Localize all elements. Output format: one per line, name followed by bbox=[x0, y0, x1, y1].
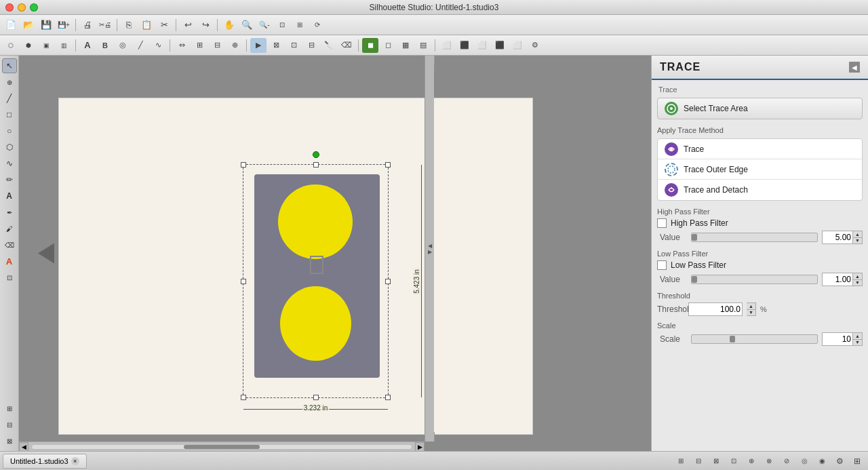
copy-button[interactable]: ⎘ bbox=[121, 18, 137, 33]
status-btn-4[interactable]: ⊡ bbox=[726, 454, 742, 469]
scroll-right-btn[interactable]: ▶ bbox=[415, 442, 425, 452]
panel-collapse-btn[interactable]: ◀ ▶ bbox=[425, 56, 434, 442]
scroll-left-btn[interactable]: ◀ bbox=[19, 442, 28, 452]
text-tool[interactable]: A bbox=[79, 38, 96, 53]
layers-lt-btn[interactable]: ⊟ bbox=[2, 417, 17, 432]
save-as-button[interactable]: 💾+ bbox=[56, 18, 72, 33]
select-tool[interactable]: ▶ bbox=[250, 38, 267, 53]
node-tool[interactable]: ▣ bbox=[38, 38, 54, 53]
bold-tool[interactable]: B bbox=[97, 38, 113, 53]
line-lt-btn[interactable]: ╱ bbox=[2, 91, 17, 106]
eraser-lt-btn[interactable]: ⌫ bbox=[2, 237, 17, 252]
window-controls[interactable] bbox=[5, 3, 38, 12]
fill-lt-btn[interactable]: A bbox=[2, 254, 17, 269]
zoom-ext-button[interactable]: ⊞ bbox=[292, 18, 308, 33]
view3-tool[interactable]: ▦ bbox=[397, 38, 414, 53]
close-button[interactable] bbox=[5, 3, 14, 12]
high-pass-checkbox[interactable] bbox=[657, 218, 667, 228]
knife-tool[interactable]: 🔪 bbox=[321, 38, 337, 53]
transform-tool[interactable]: ⊠ bbox=[268, 38, 284, 53]
panel5-tool[interactable]: ⬜ bbox=[509, 38, 526, 53]
paint-lt-btn[interactable]: 🖌 bbox=[2, 221, 17, 236]
tab-untitled[interactable]: Untitled-1.studio3 × bbox=[3, 454, 87, 469]
trace-collapse-btn[interactable]: ◀ bbox=[849, 62, 860, 73]
new-button[interactable]: 📄 bbox=[3, 18, 19, 33]
scale-slider[interactable] bbox=[691, 334, 818, 344]
threshold-value-input[interactable] bbox=[688, 302, 743, 316]
point-tool[interactable]: ⬢ bbox=[20, 38, 37, 53]
canvas-area[interactable]: 3.232 in 5.423 in ▲ ▼ ◀ bbox=[19, 56, 651, 451]
paste-button[interactable]: 📋 bbox=[138, 18, 155, 33]
status-btn-3[interactable]: ⊠ bbox=[708, 454, 724, 469]
view-tool[interactable]: ◼ bbox=[362, 38, 378, 53]
trace-tool[interactable]: ⬡ bbox=[3, 38, 19, 53]
snap-tool[interactable]: ⊕ bbox=[226, 38, 243, 53]
panel1-tool[interactable]: ⬜ bbox=[439, 38, 455, 53]
polygon-lt-btn[interactable]: ⬡ bbox=[2, 140, 17, 155]
view2-tool[interactable]: ◻ bbox=[380, 38, 396, 53]
pan-button[interactable]: ✋ bbox=[221, 18, 237, 33]
open-button[interactable]: 📂 bbox=[20, 18, 37, 33]
low-pass-checkbox[interactable] bbox=[657, 260, 667, 270]
horizontal-scrollbar[interactable]: ◀ ▶ bbox=[19, 442, 425, 451]
high-pass-spin-down[interactable]: ▼ bbox=[853, 238, 862, 244]
status-btn-2[interactable]: ⊟ bbox=[690, 454, 707, 469]
low-pass-spin-up[interactable]: ▲ bbox=[853, 273, 862, 280]
select-lt-btn[interactable]: ↖ bbox=[2, 58, 17, 73]
library-lt-btn[interactable]: ⊠ bbox=[2, 433, 17, 448]
status-btn-5[interactable]: ⊕ bbox=[743, 454, 760, 469]
view4-tool[interactable]: ▤ bbox=[415, 38, 431, 53]
scale-slider-thumb[interactable] bbox=[730, 336, 735, 342]
measure-tool[interactable]: ⇔ bbox=[174, 38, 190, 53]
undo-button[interactable]: ↩ bbox=[180, 18, 196, 33]
high-pass-spin-up[interactable]: ▲ bbox=[853, 231, 862, 238]
rect-lt-btn[interactable]: □ bbox=[2, 107, 17, 122]
scale-spin-up[interactable]: ▲ bbox=[853, 333, 862, 340]
high-pass-slider-thumb[interactable] bbox=[692, 234, 697, 241]
scroll-thumb-h[interactable] bbox=[184, 445, 260, 449]
redo-button[interactable]: ↪ bbox=[197, 18, 214, 33]
status-btn-8[interactable]: ◎ bbox=[796, 454, 812, 469]
library-btn[interactable]: ⊞ bbox=[849, 454, 865, 469]
status-btn-7[interactable]: ⊘ bbox=[778, 454, 795, 469]
panel4-tool[interactable]: ⬛ bbox=[492, 38, 508, 53]
minimize-button[interactable] bbox=[18, 3, 26, 12]
cut-button[interactable]: ✂ bbox=[156, 18, 172, 33]
text-lt-btn[interactable]: A bbox=[2, 189, 17, 203]
fill-tool[interactable]: ◎ bbox=[115, 38, 131, 53]
scale-value-input[interactable] bbox=[822, 332, 853, 346]
zoom-in-button[interactable]: 🔍 bbox=[239, 18, 255, 33]
high-pass-value-input[interactable] bbox=[822, 231, 853, 244]
group-tool[interactable]: ▥ bbox=[56, 38, 72, 53]
print-cut-button[interactable]: ✂🖨 bbox=[97, 18, 113, 33]
panel6-tool[interactable]: ⚙ bbox=[527, 38, 543, 53]
zoom-fit-button[interactable]: ⊡ bbox=[274, 18, 290, 33]
weld-tool[interactable]: ⊡ bbox=[285, 38, 302, 53]
status-btn-1[interactable]: ⊞ bbox=[673, 454, 689, 469]
curve-tool[interactable]: ∿ bbox=[150, 38, 166, 53]
bezier-lt-btn[interactable]: ∿ bbox=[2, 156, 17, 171]
panel2-tool[interactable]: ⬛ bbox=[456, 38, 473, 53]
save-button[interactable]: 💾 bbox=[38, 18, 54, 33]
tab-close-btn[interactable]: × bbox=[71, 457, 79, 465]
calligraphy-lt-btn[interactable]: ✒ bbox=[2, 205, 17, 220]
maximize-button[interactable] bbox=[30, 3, 38, 12]
threshold-spin-up[interactable]: ▲ bbox=[747, 303, 755, 310]
scroll-track-h[interactable] bbox=[31, 444, 412, 450]
print-button[interactable]: 🖨 bbox=[79, 18, 96, 33]
trace-method-outer-edge[interactable]: Trace Outer Edge bbox=[658, 159, 862, 180]
eraser-tool[interactable]: ⌫ bbox=[338, 38, 355, 53]
status-btn-9[interactable]: ◉ bbox=[814, 454, 830, 469]
trace-method-detach[interactable]: Trace and Detach bbox=[658, 180, 862, 200]
low-pass-slider-thumb[interactable] bbox=[692, 276, 697, 283]
scale-spin-down[interactable]: ▼ bbox=[853, 340, 862, 346]
zoom-out-button[interactable]: 🔍- bbox=[256, 18, 273, 33]
offset-tool[interactable]: ⊟ bbox=[303, 38, 319, 53]
select-trace-area-button[interactable]: Select Trace Area bbox=[657, 98, 863, 119]
ellipse-lt-btn[interactable]: ○ bbox=[2, 123, 17, 138]
settings-btn[interactable]: ⚙ bbox=[831, 454, 848, 469]
pencil-lt-btn[interactable]: ✏ bbox=[2, 172, 17, 187]
trace-method-trace[interactable]: Trace bbox=[658, 139, 862, 159]
grid-tool[interactable]: ⊞ bbox=[191, 38, 208, 53]
low-pass-value-input[interactable] bbox=[822, 273, 853, 286]
